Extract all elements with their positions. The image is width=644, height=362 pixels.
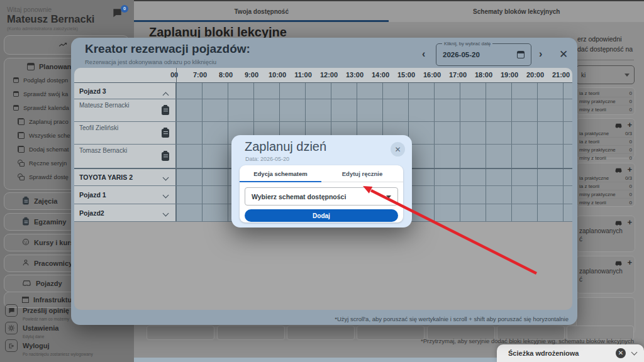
sidebar-item-wyloguj[interactable]: Wyloguj Po naciśnięciu zostaniesz wylogo… (5, 339, 128, 356)
group-row-header[interactable]: Pojazd 1 (74, 186, 176, 204)
group-row-header[interactable]: Pojazd 3 (74, 83, 176, 99)
grid-cells[interactable] (176, 99, 572, 121)
building-icon (22, 297, 29, 303)
next-day-button[interactable]: › (539, 48, 542, 60)
grid-person-row: Mateusz Bernacki (74, 99, 572, 122)
empty-day-slot[interactable] (287, 326, 355, 340)
onboarding-widget-title: Ścieżka wdrożeniowa (508, 349, 609, 357)
stat-row: ia z teorii0 (579, 138, 632, 146)
right-panel-select[interactable]: ki (576, 65, 635, 84)
date-picker-field[interactable]: Kliknij, by wybrać datę 2026-05-20 (436, 43, 531, 66)
plan-day-modal: Zaplanuj dzień Data: 2026-05-20 ✕ Edycja… (231, 135, 412, 228)
clipboard-icon (23, 197, 29, 204)
date-value: 2026-05-20 (443, 51, 517, 58)
chevron-up-icon (163, 92, 169, 98)
add-schema-icon (18, 146, 25, 153)
add-icon[interactable]: + (627, 258, 632, 266)
copy-calendar-icon (18, 132, 25, 139)
app-screen: Witaj ponownie Mateusz Bernacki (Konto a… (0, 0, 644, 362)
copy-calendar-icon (18, 118, 25, 125)
date-picker-label: Kliknij, by wybrać datę (442, 41, 492, 47)
vehicle-stats-card: + ia praktyczne0/3 ia z teorii0 miny pra… (576, 118, 635, 158)
car-icon (614, 164, 623, 175)
tab-edycja-schematem[interactable]: Edycja schematem (240, 165, 321, 182)
stat-row: miny z teorii0 (579, 199, 632, 207)
messages-badge: 0 (121, 5, 128, 13)
feedback-icon (5, 304, 18, 317)
clipboard-icon[interactable] (162, 106, 169, 115)
stat-row: ia praktyczne0/3 (579, 174, 632, 182)
close-icon[interactable]: ✕ (616, 348, 626, 358)
prev-day-button[interactable]: ‹ (422, 48, 425, 60)
dodaj-button[interactable]: Dodaj (245, 209, 398, 222)
car-icon (614, 257, 623, 268)
trending-icon (58, 41, 68, 49)
add-icon[interactable]: + (627, 218, 632, 226)
empty-day-slot[interactable] (217, 326, 285, 340)
chevron-down-icon (163, 210, 169, 216)
batch-icon (18, 160, 25, 167)
person-row-header[interactable]: Mateusz Bernacki (74, 99, 176, 121)
calendar-icon (27, 63, 35, 70)
stat-row: miny praktyczne0 (579, 146, 632, 154)
stat-row: ia z teorii0 (579, 89, 632, 97)
hold-hint-note: *Przytrzymaj, aby seryjnie dodać bloki l… (351, 337, 634, 344)
chevron-down-icon[interactable] (631, 349, 638, 356)
tab-schematy-blokow[interactable]: Schematy bloków lekcyjnych (389, 1, 644, 22)
grid-group-row: Pojazd 3 (74, 83, 572, 99)
clipboard-check-icon (23, 218, 29, 225)
close-button[interactable]: ✕ (391, 142, 405, 156)
logout-icon (5, 339, 18, 352)
group-row-header[interactable]: Pojazd2 (74, 204, 176, 221)
active-tab-underline (134, 20, 389, 22)
right-panel-text-fragment: dać dostępność na (577, 45, 633, 53)
caret-down-icon (386, 195, 391, 201)
tab-edytuj-recznie[interactable]: Edytuj ręcznie (321, 165, 403, 182)
group-row-header[interactable]: TOYOTA YARIS 2 (74, 169, 176, 185)
stat-row: miny z teorii0 (579, 106, 632, 114)
car-icon (22, 280, 31, 287)
stat-row: ia praktyczne0/3 (579, 129, 632, 138)
user-role: (Konto administratora założyciela) (7, 26, 78, 31)
add-icon[interactable]: + (627, 121, 632, 129)
clipboard-icon[interactable] (162, 129, 169, 138)
modal-title: Kreator rezerwacji pojazdów: (85, 42, 250, 56)
tab-twoja-dostepnosc[interactable]: Twoja dostępność (134, 1, 389, 22)
calendar-icon[interactable] (517, 51, 525, 58)
calendar-icon (13, 91, 19, 97)
calendar-icon (13, 105, 19, 111)
gear-icon (5, 322, 18, 334)
modal-date: Data: 2026-05-20 (245, 156, 289, 162)
schema-select[interactable]: Wybierz schemat dostępności (245, 187, 398, 206)
student-icon (22, 238, 30, 247)
grid-time-header: 00 7:00 8:00 9:00 10:00 11:00 12:00 13:0… (74, 68, 572, 83)
clipboard-icon[interactable] (162, 152, 169, 161)
person-row-header[interactable]: Tomasz Bernacki (74, 145, 176, 168)
plan-day-tabs: Edycja schematem Edytuj ręcznie (240, 165, 403, 182)
grid-cells[interactable] (176, 83, 572, 99)
car-icon (614, 119, 623, 131)
divider (577, 60, 634, 60)
caret-down-icon (625, 74, 630, 79)
empty-day-slot[interactable] (147, 326, 214, 340)
right-panel-text-fragment: erz odpowiedni (577, 35, 622, 43)
person-icon (22, 259, 30, 268)
vehicle-stats-card: + ia praktyczne0/3 ia z teorii0 miny pra… (576, 163, 635, 207)
car-icon (614, 217, 623, 228)
empty-vehicle-card: + zaplanowanych ć (576, 256, 635, 293)
stat-row: miny praktyczne0 (579, 190, 632, 199)
empty-vehicle-card: + zaplanowanych ć (576, 216, 635, 252)
messages-button[interactable]: 0 (112, 8, 125, 19)
close-icon[interactable]: ✕ (559, 48, 568, 61)
plan-day-card: Edycja schematem Edytuj ręcznie Wybierz … (240, 165, 403, 222)
user-name: Mateusz Bernacki (7, 13, 94, 25)
stat-row: miny z teorii0 (579, 154, 632, 162)
tab-bar: Twoja dostępność Schematy bloków lekcyjn… (134, 0, 644, 22)
person-row-header[interactable]: Teofil Zieliński (74, 122, 176, 144)
modal-title: Zaplanuj dzień (245, 140, 326, 154)
chevron-down-icon (163, 175, 169, 181)
add-icon[interactable]: + (627, 165, 632, 173)
stats-card: ia z teorii0 miny praktyczne0 miny z teo… (576, 87, 635, 115)
active-tab-underline (240, 181, 321, 183)
check-availability-icon (18, 173, 25, 180)
